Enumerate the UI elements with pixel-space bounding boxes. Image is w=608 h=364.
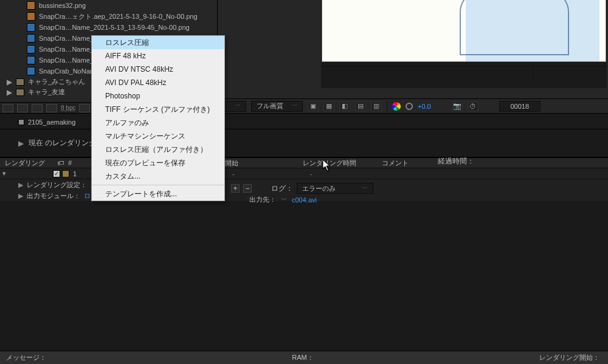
render-item-swatch-icon bbox=[62, 170, 69, 177]
tab-color-swatch-icon bbox=[18, 119, 24, 125]
ctxmenu-item[interactable]: マルチマシンシーケンス bbox=[92, 129, 224, 143]
file-label: SnapCrab_NoNam bbox=[39, 67, 95, 75]
ctxmenu-item[interactable]: AVI DV NTSC 48kHz bbox=[92, 63, 224, 76]
guide-icon[interactable]: ▥ bbox=[371, 101, 382, 111]
chevron-down-icon[interactable]: ﹀ bbox=[281, 196, 287, 204]
folder-twist-icon[interactable]: ▶ bbox=[6, 88, 12, 97]
quality-dropdown[interactable]: フル画質 ﹀ bbox=[251, 101, 303, 112]
current-render-label: 現在 のレンダリング bbox=[29, 138, 96, 148]
bpc-label[interactable]: 8 bpc bbox=[61, 105, 75, 111]
region-icon[interactable]: ▣ bbox=[308, 101, 319, 111]
viewer-canvas[interactable] bbox=[321, 0, 607, 88]
render-item-time: - bbox=[310, 170, 313, 177]
quality-label: フル画質 bbox=[257, 101, 283, 111]
chevron-down-icon: ﹀ bbox=[362, 185, 368, 193]
exposure-value[interactable]: +0.0 bbox=[418, 103, 431, 110]
twist-icon[interactable]: ▶ bbox=[18, 192, 23, 200]
flowchart-icon[interactable] bbox=[2, 104, 13, 112]
output-to-value[interactable]: c004.avi bbox=[292, 196, 317, 204]
col-number[interactable]: # bbox=[63, 159, 77, 167]
file-label: SnapCra…Name_1 bbox=[39, 57, 97, 64]
zoom-dropdown[interactable]: ﹀ bbox=[221, 101, 246, 112]
file-label: SnapCra…Name_1 bbox=[39, 46, 97, 53]
log-label: ログ： bbox=[271, 184, 293, 194]
new-comp-icon[interactable] bbox=[32, 104, 43, 112]
composition-viewer bbox=[218, 0, 608, 113]
chevron-down-icon: ﹀ bbox=[292, 102, 297, 110]
mask-icon[interactable]: ◧ bbox=[339, 101, 350, 111]
channel-icon[interactable]: ▤ bbox=[355, 101, 366, 111]
file-label: bussines32.png bbox=[39, 2, 86, 9]
col-comment[interactable]: コメント bbox=[377, 159, 608, 168]
current-render-twist-icon[interactable]: ▶ bbox=[18, 139, 24, 148]
file-row[interactable]: SnapCra…ェクト.aep_2021-5-13_9-16-0_No-00.p… bbox=[0, 11, 217, 22]
status-start-label: レンダリング開始： bbox=[402, 353, 608, 362]
camera-icon[interactable]: 📷 bbox=[452, 101, 463, 111]
col-time[interactable]: レンダリング時間 bbox=[298, 159, 377, 168]
time-icon[interactable]: ⏱ bbox=[468, 101, 478, 111]
file-icon bbox=[27, 56, 35, 64]
file-icon bbox=[27, 45, 35, 53]
file-icon bbox=[27, 23, 35, 32]
new-bin-icon[interactable] bbox=[17, 104, 28, 112]
search-icon[interactable] bbox=[79, 104, 90, 112]
output-to-label: 出力先： bbox=[249, 195, 276, 204]
current-render-row[interactable]: ▶ 現在 のレンダリング bbox=[0, 138, 96, 148]
tab-label: 2105_aemaking bbox=[28, 118, 75, 126]
file-icon bbox=[27, 34, 35, 43]
folder-twist-icon[interactable]: ▶ bbox=[6, 78, 12, 86]
output-to-row: 出力先： ﹀ c004.avi bbox=[249, 195, 317, 204]
ctxmenu-item[interactable]: ロスレス圧縮 bbox=[92, 36, 224, 49]
file-icon bbox=[27, 1, 35, 10]
file-label: SnapCra…Name_1 bbox=[39, 35, 97, 42]
folder-label: キャラ_友達 bbox=[28, 88, 65, 97]
frame-readout[interactable]: 00018 bbox=[499, 101, 541, 112]
ctxmenu-item[interactable]: 現在のプレビューを保存 bbox=[92, 156, 224, 170]
folder-icon bbox=[16, 78, 24, 86]
render-queue-tab[interactable]: 2105_aemaking bbox=[13, 116, 84, 128]
ctxmenu-item[interactable]: Photoshop bbox=[92, 89, 224, 103]
color-depth-button[interactable] bbox=[46, 104, 57, 112]
ctxmenu-item[interactable]: アルファのみ bbox=[92, 116, 224, 129]
render-enable-checkbox[interactable] bbox=[53, 170, 60, 177]
output-module-label: 出力モジュール： bbox=[27, 191, 80, 201]
remove-output-button[interactable]: − bbox=[243, 184, 252, 193]
chevron-down-icon: ﹀ bbox=[235, 102, 241, 110]
preview-image bbox=[322, 0, 606, 62]
twist-icon[interactable]: ▶ bbox=[18, 181, 23, 189]
status-bar: メッセージ： RAM： レンダリング開始： bbox=[0, 351, 608, 364]
folder-icon bbox=[16, 89, 24, 96]
transparency-grid-icon[interactable]: ▦ bbox=[323, 101, 334, 111]
folder-label: キャラ_みこちゃん bbox=[28, 77, 85, 86]
ctxmenu-item[interactable]: カスタム... bbox=[92, 170, 224, 183]
file-row[interactable]: bussines32.png bbox=[0, 0, 217, 11]
log-value: エラーのみ bbox=[302, 184, 336, 193]
composition-controls: ﹀ フル画質 ﹀ ▣ ▦ ◧ ▤ ▥ +0.0 📷 ⏱ 00018 bbox=[218, 98, 608, 113]
ctxmenu-item[interactable]: ロスレス圧縮（アルファ付き） bbox=[92, 143, 224, 156]
status-message-label: メッセージ： bbox=[0, 353, 204, 362]
file-row[interactable]: SnapCra…Name_2021-5-13_13-59-45_No-00.pn… bbox=[0, 22, 217, 33]
file-icon bbox=[27, 12, 35, 21]
mouse-cursor-icon bbox=[322, 159, 331, 171]
render-settings-label: レンダリング設定： bbox=[27, 180, 87, 190]
output-module-context-menu: ロスレス圧縮 AIFF 48 kHz AVI DV NTSC 48kHz AVI… bbox=[91, 35, 225, 201]
ctxmenu-item[interactable]: TIFF シーケンス (アルファ付き) bbox=[92, 103, 224, 116]
colorwheel-icon[interactable] bbox=[392, 102, 401, 111]
render-item-twist-icon[interactable]: ▾ bbox=[0, 170, 9, 177]
ctxmenu-item[interactable]: AVI DV PAL 48kHz bbox=[92, 76, 224, 89]
render-item-start: - bbox=[232, 170, 310, 177]
col-chk[interactable]: 🏷 bbox=[52, 159, 63, 167]
aperture-icon[interactable] bbox=[406, 103, 413, 110]
col-start[interactable]: 開始 bbox=[220, 159, 298, 168]
ctxmenu-item[interactable]: AIFF 48 kHz bbox=[92, 49, 224, 63]
status-ram-label: RAM： bbox=[204, 353, 401, 362]
ctxmenu-separator bbox=[92, 185, 224, 185]
elapsed-time-label: 経過時間： bbox=[438, 156, 474, 167]
ctxmenu-item[interactable]: テンプレートを作成... bbox=[92, 187, 224, 201]
add-output-button[interactable]: + bbox=[231, 184, 240, 193]
file-label: SnapCra…Name_2021-5-13_13-59-45_No-00.pn… bbox=[39, 24, 190, 31]
file-label: SnapCra…ェクト.aep_2021-5-13_9-16-0_No-00.p… bbox=[39, 12, 198, 21]
col-render[interactable]: レンダリング bbox=[0, 159, 52, 168]
log-dropdown[interactable]: エラーのみ ﹀ bbox=[297, 183, 373, 194]
render-item-index: 1 bbox=[73, 170, 86, 177]
